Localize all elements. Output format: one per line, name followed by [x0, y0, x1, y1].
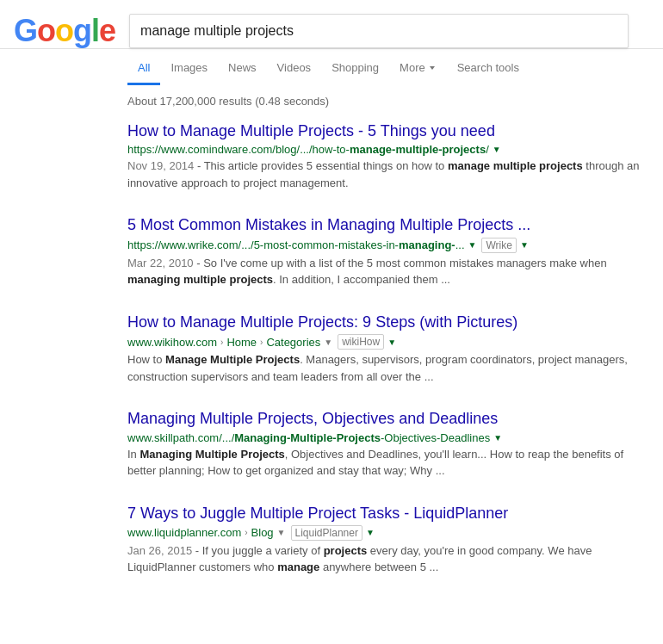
logo-text: Google — [14, 13, 115, 48]
result-snippet: Mar 22, 2010 - So I've come up with a li… — [127, 255, 644, 288]
result-title[interactable]: 7 Ways to Juggle Multiple Project Tasks … — [127, 505, 508, 522]
breadcrumb-home: Home — [226, 336, 257, 349]
search-result: How to Manage Multiple Projects: 9 Steps… — [127, 313, 644, 385]
search-result: Managing Multiple Projects, Objectives a… — [127, 409, 644, 479]
result-url-line: https://www.wrike.com/.../5-most-common-… — [127, 238, 644, 253]
result-url-arrow: ▼ — [493, 433, 502, 443]
result-url-line: www.skillpath.com/.../Managing-Multiple-… — [127, 431, 644, 444]
result-url: https://www.wrike.com/.../5-most-common-… — [127, 238, 465, 251]
tab-more[interactable]: More — [389, 53, 447, 85]
chevron-down-icon — [428, 64, 437, 72]
result-date: Mar 22, 2010 — [127, 257, 194, 269]
result-url: www.skillpath.com/.../Managing-Multiple-… — [127, 431, 490, 444]
breadcrumb-sep: › — [245, 528, 247, 537]
result-url-arrow: ▼ — [468, 240, 477, 250]
result-snippet: Jan 26, 2015 - If you juggle a variety o… — [127, 542, 644, 576]
search-input[interactable] — [129, 14, 629, 48]
logo-o2: o — [55, 13, 73, 48]
logo-l: l — [91, 13, 99, 48]
result-title[interactable]: How to Manage Multiple Projects: 9 Steps… — [127, 313, 517, 331]
result-snippet: In Managing Multiple Projects, Objective… — [127, 446, 644, 480]
tab-videos[interactable]: Videos — [267, 53, 322, 85]
result-badge[interactable]: LiquidPlanner — [291, 525, 362, 541]
breadcrumb-sep: › — [220, 337, 223, 347]
result-title[interactable]: How to Manage Multiple Projects - 5 Thin… — [127, 122, 495, 139]
result-url-arrow: ▼ — [493, 145, 501, 154]
more-label: More — [400, 61, 425, 74]
header: Google — [0, 0, 663, 49]
result-badge-arrow: ▼ — [366, 528, 375, 537]
breadcrumb-domain: www.wikihow.com — [127, 336, 217, 349]
search-result: 5 Most Common Mistakes in Managing Multi… — [127, 215, 644, 288]
breadcrumb-arrow: ▼ — [277, 528, 286, 537]
breadcrumb-row: www.wikihow.com › Home › Categories ▼ wi… — [127, 334, 644, 350]
tab-all[interactable]: All — [127, 53, 160, 85]
tab-shopping[interactable]: Shopping — [321, 53, 389, 85]
svg-marker-0 — [430, 66, 435, 70]
breadcrumb-row: www.liquidplanner.com › Blog ▼ LiquidPla… — [127, 525, 644, 541]
search-result: 7 Ways to Juggle Multiple Project Tasks … — [127, 504, 644, 576]
logo-g2: g — [73, 13, 91, 48]
result-url: https://www.comindware.com/blog/.../how-… — [127, 143, 489, 156]
breadcrumb-sep2: › — [260, 337, 263, 347]
nav-tabs: All Images News Videos Shopping More Sea… — [0, 53, 663, 84]
result-title[interactable]: 5 Most Common Mistakes in Managing Multi… — [127, 216, 530, 233]
result-badge[interactable]: wikiHow — [338, 334, 384, 350]
logo-g: G — [14, 13, 37, 48]
breadcrumb-categories: Categories — [266, 336, 320, 349]
result-badge-arrow: ▼ — [387, 337, 396, 347]
breadcrumb-blog: Blog — [251, 526, 274, 539]
result-snippet: Nov 19, 2014 - This article provides 5 e… — [127, 158, 644, 191]
google-logo[interactable]: Google — [14, 15, 115, 46]
main-content: About 17,200,000 results (0.48 seconds) … — [0, 84, 663, 614]
search-box-wrapper — [129, 14, 629, 48]
result-snippet: How to Manage Multiple Projects. Manager… — [127, 351, 644, 385]
logo-e: e — [99, 13, 115, 48]
result-badge[interactable]: Wrike — [481, 238, 516, 253]
tab-images[interactable]: Images — [160, 53, 218, 85]
result-url-line: https://www.comindware.com/blog/.../how-… — [127, 143, 644, 156]
result-date: Nov 19, 2014 — [127, 159, 194, 172]
breadcrumb-arrow: ▼ — [324, 337, 332, 347]
result-date: Jan 26, 2015 — [127, 544, 192, 557]
search-result: How to Manage Multiple Projects - 5 Thin… — [127, 121, 644, 191]
result-title[interactable]: Managing Multiple Projects, Objectives a… — [127, 410, 498, 427]
breadcrumb-domain: www.liquidplanner.com — [127, 526, 241, 539]
tab-news[interactable]: News — [218, 53, 267, 85]
results-count: About 17,200,000 results (0.48 seconds) — [127, 95, 649, 108]
result-badge-arrow: ▼ — [520, 240, 529, 250]
logo-o1: o — [37, 13, 55, 48]
tab-search-tools[interactable]: Search tools — [447, 53, 530, 85]
